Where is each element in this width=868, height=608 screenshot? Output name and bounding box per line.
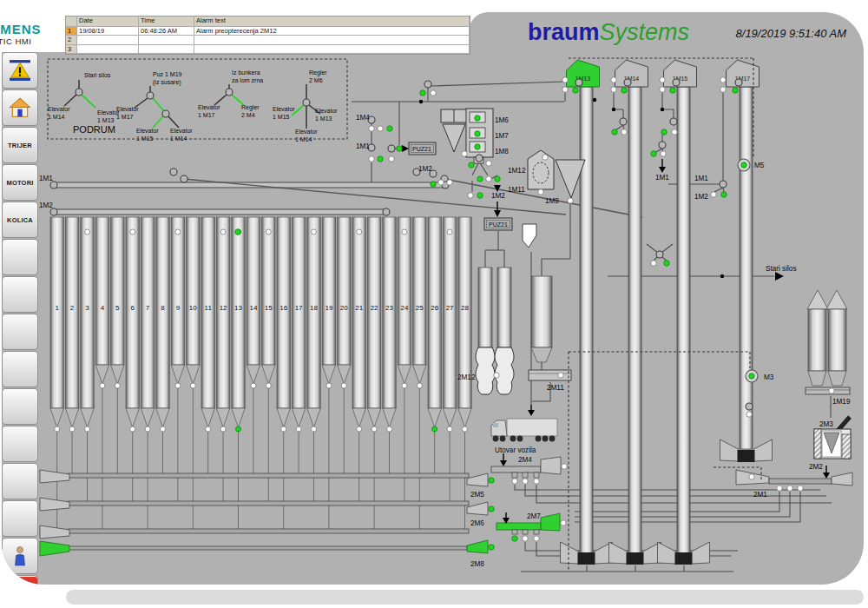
silo-outlet-valve-28[interactable] bbox=[463, 426, 468, 432]
silo-outlet-valve-6[interactable] bbox=[130, 426, 135, 432]
alarm-cell-date[interactable]: 19/08/19 bbox=[77, 27, 139, 36]
silo-outlet-valve-1[interactable] bbox=[55, 426, 60, 432]
status-dot-white[interactable] bbox=[486, 176, 491, 182]
alarm-cell-text[interactable] bbox=[194, 36, 470, 45]
silo-outlet-valve-3[interactable] bbox=[85, 426, 90, 432]
status-dot-white[interactable] bbox=[447, 180, 452, 185]
status-dot-white[interactable] bbox=[621, 129, 627, 135]
silo-outlet-valve-16[interactable] bbox=[281, 426, 286, 432]
status-dot-green[interactable] bbox=[495, 176, 500, 182]
status-dot-white[interactable] bbox=[486, 161, 491, 166]
status-dot-white[interactable] bbox=[468, 193, 473, 198]
diverter-valve[interactable] bbox=[303, 99, 310, 106]
status-dot-white[interactable] bbox=[829, 388, 834, 393]
diverter-valve[interactable] bbox=[50, 208, 57, 215]
status-dot-white[interactable] bbox=[389, 156, 394, 162]
silo-inlet-valve-9[interactable] bbox=[175, 229, 181, 235]
status-dot-green[interactable] bbox=[651, 151, 656, 156]
silo-outlet-valve-18[interactable] bbox=[312, 426, 317, 432]
status-dot-green[interactable] bbox=[387, 126, 392, 131]
alarm-row-number[interactable]: 2 bbox=[66, 36, 77, 45]
silo-outlet-valve-23[interactable] bbox=[387, 426, 392, 432]
diverter-valve[interactable] bbox=[226, 89, 233, 96]
status-dot-white[interactable] bbox=[660, 87, 665, 92]
status-dot-green[interactable] bbox=[477, 176, 483, 182]
sidebar-empty-button[interactable] bbox=[2, 351, 38, 387]
silo-inlet-valve-12[interactable] bbox=[220, 229, 226, 235]
diverter-valve[interactable] bbox=[670, 118, 677, 125]
status-dot-white[interactable] bbox=[798, 486, 803, 491]
diverter-valve[interactable] bbox=[673, 79, 680, 86]
sidebar-empty-button[interactable] bbox=[2, 463, 38, 499]
silo-inlet-valve-6[interactable] bbox=[130, 229, 135, 235]
status-dot-white[interactable] bbox=[562, 87, 568, 92]
status-dot-green[interactable] bbox=[670, 88, 675, 93]
status-dot-green[interactable] bbox=[420, 90, 425, 96]
diverter-valve[interactable] bbox=[76, 89, 82, 96]
silo-inlet-valve-27[interactable] bbox=[447, 229, 452, 235]
diverter-valve[interactable] bbox=[170, 169, 177, 175]
status-dot-white[interactable] bbox=[660, 77, 665, 83]
sidebar-empty-button[interactable] bbox=[2, 276, 38, 313]
conveyor-1M19[interactable] bbox=[806, 387, 850, 394]
alarms-button[interactable] bbox=[2, 52, 38, 89]
status-dot-white[interactable] bbox=[561, 520, 566, 525]
status-dot-green[interactable] bbox=[397, 146, 402, 151]
diverter-valve[interactable] bbox=[383, 208, 390, 215]
sidebar-empty-button[interactable] bbox=[2, 314, 38, 350]
status-dot-white[interactable] bbox=[749, 474, 754, 479]
diverter-valve[interactable] bbox=[656, 251, 663, 258]
status-dot-green[interactable] bbox=[573, 88, 578, 93]
status-dot-green[interactable] bbox=[489, 545, 494, 550]
conveyor-2M7[interactable] bbox=[496, 523, 541, 530]
diverter-valve[interactable] bbox=[50, 182, 57, 188]
status-dot-white[interactable] bbox=[431, 90, 436, 96]
diverter-valve[interactable] bbox=[476, 155, 483, 162]
status-dot-white[interactable] bbox=[787, 486, 792, 491]
sidebar-empty-button[interactable] bbox=[2, 239, 38, 275]
silo-outlet-valve-13[interactable] bbox=[236, 426, 241, 432]
status-dot-green[interactable] bbox=[749, 373, 754, 379]
status-dot-white[interactable] bbox=[720, 77, 726, 83]
status-dot-white[interactable] bbox=[558, 373, 563, 378]
status-dot-white[interactable] bbox=[568, 198, 573, 203]
status-dot-green[interactable] bbox=[661, 129, 667, 135]
sidebar-item-motori[interactable]: MOTORI bbox=[2, 164, 38, 201]
status-dot-white[interactable] bbox=[523, 536, 528, 541]
status-dot-white[interactable] bbox=[661, 151, 666, 156]
alarm-cell-text[interactable]: Alarm preopterecenja 2M12 bbox=[194, 27, 470, 36]
alarm-cell-text[interactable] bbox=[194, 45, 470, 55]
diverter-valve[interactable] bbox=[624, 79, 631, 86]
silo-inlet-valve-24[interactable] bbox=[402, 229, 407, 235]
conveyor-2M4[interactable] bbox=[491, 466, 541, 473]
diverter-valve[interactable] bbox=[746, 403, 753, 410]
status-dot-white[interactable] bbox=[462, 151, 467, 156]
status-dot-white[interactable] bbox=[611, 87, 616, 92]
status-dot-white[interactable] bbox=[378, 126, 383, 131]
silo-outlet-valve-17[interactable] bbox=[296, 426, 301, 432]
status-dot-white[interactable] bbox=[672, 129, 677, 135]
home-button[interactable] bbox=[2, 89, 38, 126]
silo-outlet-valve-27[interactable] bbox=[447, 426, 452, 432]
status-dot-green[interactable] bbox=[721, 192, 727, 197]
status-dot-green[interactable] bbox=[741, 162, 746, 168]
diverter-valve[interactable] bbox=[735, 79, 742, 86]
silo-inlet-valve-18[interactable] bbox=[312, 229, 317, 235]
status-dot-green[interactable] bbox=[489, 506, 494, 512]
sidebar-empty-button[interactable] bbox=[2, 500, 38, 537]
diverter-valve[interactable] bbox=[659, 142, 666, 149]
diverter-valve[interactable] bbox=[181, 175, 187, 182]
silo-outlet-valve-19[interactable] bbox=[326, 383, 332, 388]
status-dot-white[interactable] bbox=[562, 77, 568, 83]
silo-outlet-valve-21[interactable] bbox=[357, 426, 362, 432]
conveyor-2M5-head[interactable] bbox=[467, 473, 488, 486]
status-dot-white[interactable] bbox=[562, 464, 567, 469]
status-dot-green[interactable] bbox=[612, 129, 617, 135]
status-dot-green[interactable] bbox=[235, 229, 240, 235]
silo-outlet-valve-11[interactable] bbox=[206, 426, 211, 432]
alarm-cell-time[interactable] bbox=[139, 45, 194, 55]
alarm-row-number[interactable]: 3 bbox=[66, 45, 77, 55]
status-dot-green[interactable] bbox=[475, 116, 480, 121]
status-dot-green[interactable] bbox=[621, 88, 627, 93]
silo-inlet-valve-3[interactable] bbox=[85, 229, 90, 235]
